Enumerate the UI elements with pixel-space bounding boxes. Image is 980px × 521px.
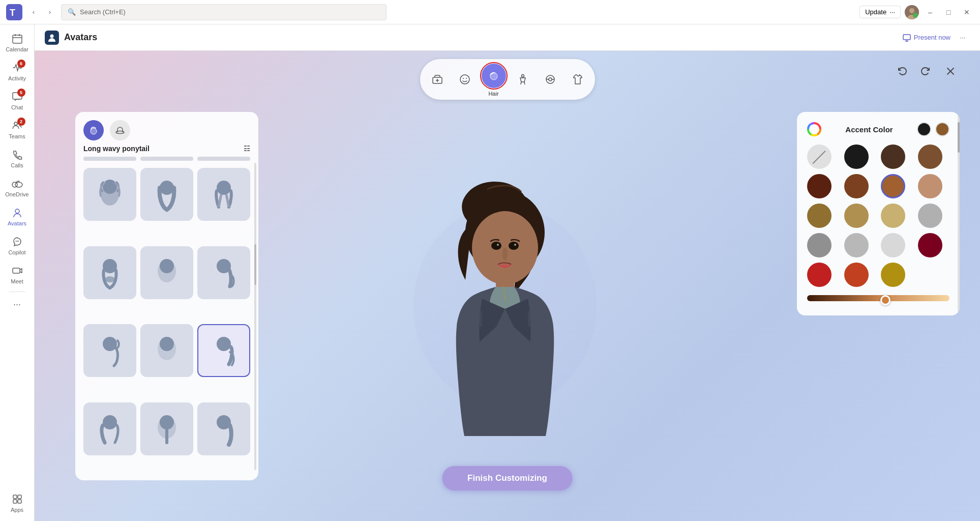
category-outfit[interactable] <box>566 67 590 92</box>
sidebar-item-chat[interactable]: 5 Chat <box>3 86 32 114</box>
hair-style-item-2[interactable] <box>140 168 193 221</box>
color-swatch-light-grey-2[interactable] <box>881 233 905 257</box>
color-swatch-dark-brown[interactable] <box>881 144 905 169</box>
sidebar-item-teams[interactable]: 2 Teams <box>3 115 32 143</box>
color-swatch-grey[interactable] <box>844 233 869 257</box>
present-now-button[interactable]: Present now <box>903 34 951 42</box>
sidebar-item-label-chat: Chat <box>11 104 23 110</box>
update-button[interactable]: Update ··· <box>859 6 901 18</box>
svg-point-15 <box>15 209 19 213</box>
hair-style-item-1[interactable] <box>83 168 136 221</box>
nav-arrows: ‹ › <box>26 5 57 19</box>
color-swatch-black[interactable] <box>844 144 869 169</box>
avatar-3d <box>398 154 612 439</box>
sidebar-item-activity[interactable]: 6 Activity <box>3 57 32 85</box>
category-accessories-button[interactable] <box>538 67 562 92</box>
svg-point-72 <box>514 244 516 246</box>
svg-rect-6 <box>13 35 22 43</box>
category-hair-button[interactable] <box>482 64 506 88</box>
svg-point-3 <box>909 8 914 13</box>
hair-style-item-5[interactable] <box>140 246 193 299</box>
slider-thumb[interactable] <box>880 295 890 305</box>
sidebar-item-avatars[interactable]: Avatars <box>3 202 32 230</box>
svg-point-57 <box>103 415 117 429</box>
color-panel-scrollbar-thumb[interactable] <box>958 122 960 153</box>
close-window-button[interactable]: ✕ <box>960 5 974 19</box>
sidebar-item-copilot[interactable]: Copilot <box>3 231 32 259</box>
color-swatch-dark-yellow[interactable] <box>881 263 905 287</box>
sidebar-item-calendar[interactable]: Calendar <box>3 28 32 56</box>
svg-point-32 <box>463 78 464 79</box>
svg-point-16 <box>15 241 16 242</box>
minimize-button[interactable]: – <box>923 5 937 19</box>
svg-point-31 <box>460 75 469 84</box>
hair-style-item-11[interactable] <box>140 402 193 455</box>
category-accessories[interactable] <box>538 67 562 92</box>
titlebar-right: Update ··· – □ ✕ <box>859 5 974 19</box>
sidebar-item-meet[interactable]: Meet <box>3 260 32 288</box>
svg-rect-19 <box>13 268 20 273</box>
color-swatch-light-grey[interactable] <box>918 204 942 228</box>
sidebar-item-onedrive[interactable]: OneDrive <box>3 173 32 201</box>
color-swatch-medium-grey[interactable] <box>807 233 831 257</box>
chat-badge: 5 <box>17 89 25 97</box>
color-swatch-gold[interactable] <box>844 204 869 228</box>
category-face[interactable] <box>453 67 477 92</box>
color-swatch-red[interactable] <box>807 263 831 287</box>
color-swatch-auburn[interactable] <box>844 174 869 198</box>
sidebar-item-apps[interactable]: Apps <box>3 489 32 517</box>
hair-type-hair-tab[interactable] <box>83 120 104 140</box>
close-editor-button[interactable] <box>941 62 960 80</box>
page-more-button[interactable]: ··· <box>956 31 970 45</box>
color-panel: Accent Color <box>797 112 960 315</box>
color-swatch-red-orange[interactable] <box>844 263 869 287</box>
svg-point-17 <box>17 241 18 242</box>
color-swatch-dark-gold[interactable] <box>807 204 831 228</box>
svg-point-11 <box>14 122 17 125</box>
hair-type-hat-tab[interactable] <box>110 120 130 140</box>
category-face-button[interactable] <box>453 67 477 92</box>
color-grid <box>807 144 949 287</box>
forward-button[interactable]: › <box>43 5 57 19</box>
svg-rect-22 <box>13 500 17 503</box>
category-body[interactable] <box>511 67 535 92</box>
hair-style-item-10[interactable] <box>83 402 136 455</box>
category-scene[interactable] <box>425 67 450 92</box>
hair-style-item-4[interactable] <box>83 246 136 299</box>
color-swatch-dark-red[interactable] <box>918 233 942 257</box>
category-body-button[interactable] <box>511 67 535 92</box>
category-outfit-button[interactable] <box>566 67 590 92</box>
sidebar-item-calls[interactable]: Calls <box>3 144 32 172</box>
apps-icon <box>11 493 23 505</box>
color-panel-scrollbar[interactable] <box>958 112 960 315</box>
svg-rect-20 <box>13 495 17 499</box>
user-avatar[interactable] <box>905 5 919 19</box>
hair-selected-indicator <box>480 62 508 90</box>
svg-rect-25 <box>903 35 910 40</box>
undo-button[interactable] <box>893 62 911 80</box>
color-swatch-sandy-brown[interactable] <box>918 174 942 198</box>
editor-controls <box>893 62 960 80</box>
page-header-actions: Present now ··· <box>903 31 970 45</box>
color-swatch-none[interactable] <box>807 144 831 169</box>
color-panel-header: Accent Color <box>807 122 949 136</box>
color-swatch-light-auburn[interactable] <box>881 174 905 198</box>
maximize-button[interactable]: □ <box>941 5 956 19</box>
svg-point-51 <box>160 259 174 273</box>
hair-style-item-8[interactable] <box>140 324 193 377</box>
color-swatch-medium-brown[interactable] <box>918 144 942 169</box>
svg-point-62 <box>811 126 817 132</box>
hair-style-item-7[interactable] <box>83 324 136 377</box>
color-swatch-dark-blonde[interactable] <box>881 204 905 228</box>
color-intensity-slider[interactable] <box>807 295 949 305</box>
category-hair[interactable]: Hair <box>480 62 508 97</box>
category-scene-button[interactable] <box>425 67 450 92</box>
finish-customizing-button[interactable]: Finish Customizing <box>442 466 573 490</box>
sidebar-more-button[interactable]: ··· <box>3 295 32 314</box>
activity-icon: 6 <box>11 62 23 74</box>
search-bar[interactable]: 🔍 Search (Ctrl+E) <box>61 4 387 20</box>
redo-button[interactable] <box>917 62 935 80</box>
back-button[interactable]: ‹ <box>26 5 41 19</box>
color-swatch-dark-auburn[interactable] <box>807 174 831 198</box>
svg-point-35 <box>521 75 524 77</box>
